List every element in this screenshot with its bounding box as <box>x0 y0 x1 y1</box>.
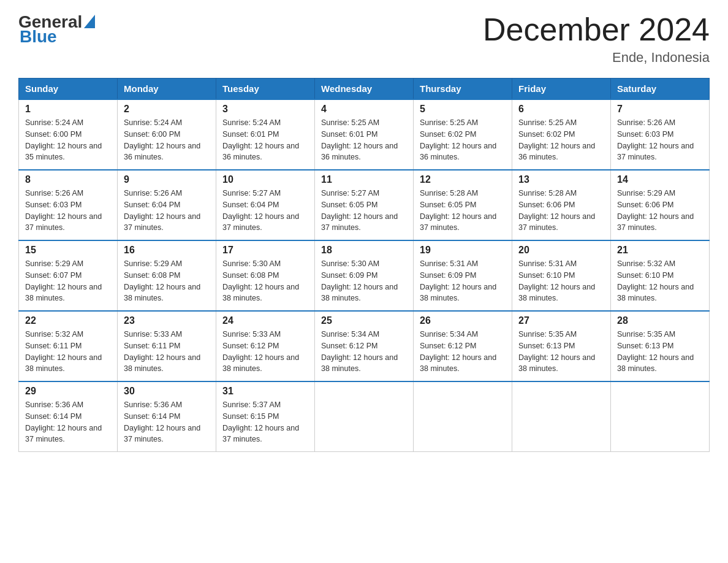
day-info: Sunrise: 5:36 AMSunset: 6:14 PMDaylight:… <box>124 399 210 445</box>
calendar-day-cell: 20 Sunrise: 5:31 AMSunset: 6:10 PMDaylig… <box>512 240 611 311</box>
day-number: 6 <box>518 104 604 115</box>
title-section: December 2024 Ende, Indonesia <box>483 12 710 66</box>
logo-blue-text: Blue <box>20 27 57 47</box>
day-info: Sunrise: 5:26 AMSunset: 6:04 PMDaylight:… <box>124 188 210 234</box>
calendar-week-row: 1 Sunrise: 5:24 AMSunset: 6:00 PMDayligh… <box>19 99 710 170</box>
day-info: Sunrise: 5:29 AMSunset: 6:08 PMDaylight:… <box>124 258 210 304</box>
day-info: Sunrise: 5:25 AMSunset: 6:02 PMDaylight:… <box>420 117 506 163</box>
calendar-day-cell: 25 Sunrise: 5:34 AMSunset: 6:12 PMDaylig… <box>315 311 414 381</box>
calendar-day-cell: 27 Sunrise: 5:35 AMSunset: 6:13 PMDaylig… <box>512 311 611 381</box>
calendar-day-cell <box>512 381 611 452</box>
calendar-day-cell: 22 Sunrise: 5:32 AMSunset: 6:11 PMDaylig… <box>19 311 118 381</box>
calendar-day-cell: 29 Sunrise: 5:36 AMSunset: 6:14 PMDaylig… <box>19 381 118 452</box>
day-number: 11 <box>321 174 407 185</box>
logo: General Blue <box>18 12 95 47</box>
calendar-header-cell: Saturday <box>611 79 710 100</box>
day-number: 25 <box>321 315 407 326</box>
calendar-day-cell: 13 Sunrise: 5:28 AMSunset: 6:06 PMDaylig… <box>512 170 611 240</box>
calendar-day-cell: 11 Sunrise: 5:27 AMSunset: 6:05 PMDaylig… <box>315 170 414 240</box>
calendar-day-cell: 9 Sunrise: 5:26 AMSunset: 6:04 PMDayligh… <box>118 170 216 240</box>
calendar-day-cell: 5 Sunrise: 5:25 AMSunset: 6:02 PMDayligh… <box>414 99 512 170</box>
day-info: Sunrise: 5:31 AMSunset: 6:10 PMDaylight:… <box>518 258 604 304</box>
day-info: Sunrise: 5:24 AMSunset: 6:00 PMDaylight:… <box>124 117 210 163</box>
calendar-day-cell: 12 Sunrise: 5:28 AMSunset: 6:05 PMDaylig… <box>414 170 512 240</box>
day-number: 19 <box>420 245 506 256</box>
day-info: Sunrise: 5:24 AMSunset: 6:00 PMDaylight:… <box>25 117 111 163</box>
day-number: 12 <box>420 174 506 185</box>
day-info: Sunrise: 5:29 AMSunset: 6:07 PMDaylight:… <box>25 258 111 304</box>
day-info: Sunrise: 5:32 AMSunset: 6:10 PMDaylight:… <box>617 258 703 304</box>
calendar-header-cell: Thursday <box>414 79 512 100</box>
calendar-day-cell: 2 Sunrise: 5:24 AMSunset: 6:00 PMDayligh… <box>118 99 216 170</box>
subtitle: Ende, Indonesia <box>483 50 710 66</box>
calendar-header-cell: Tuesday <box>216 79 315 100</box>
calendar-day-cell: 1 Sunrise: 5:24 AMSunset: 6:00 PMDayligh… <box>19 99 118 170</box>
day-number: 18 <box>321 245 407 256</box>
calendar-header-cell: Friday <box>512 79 611 100</box>
day-info: Sunrise: 5:27 AMSunset: 6:04 PMDaylight:… <box>222 188 308 234</box>
calendar-day-cell: 3 Sunrise: 5:24 AMSunset: 6:01 PMDayligh… <box>216 99 315 170</box>
calendar-day-cell: 28 Sunrise: 5:35 AMSunset: 6:13 PMDaylig… <box>611 311 710 381</box>
day-info: Sunrise: 5:31 AMSunset: 6:09 PMDaylight:… <box>420 258 506 304</box>
day-info: Sunrise: 5:37 AMSunset: 6:15 PMDaylight:… <box>222 399 308 445</box>
day-number: 29 <box>25 386 111 397</box>
day-number: 4 <box>321 104 407 115</box>
day-number: 5 <box>420 104 506 115</box>
calendar-day-cell: 21 Sunrise: 5:32 AMSunset: 6:10 PMDaylig… <box>611 240 710 311</box>
calendar-day-cell: 18 Sunrise: 5:30 AMSunset: 6:09 PMDaylig… <box>315 240 414 311</box>
calendar-table: SundayMondayTuesdayWednesdayThursdayFrid… <box>18 78 710 452</box>
day-info: Sunrise: 5:28 AMSunset: 6:05 PMDaylight:… <box>420 188 506 234</box>
day-info: Sunrise: 5:33 AMSunset: 6:11 PMDaylight:… <box>124 329 210 375</box>
calendar-day-cell: 23 Sunrise: 5:33 AMSunset: 6:11 PMDaylig… <box>118 311 216 381</box>
main-title: December 2024 <box>483 12 710 47</box>
calendar-day-cell: 4 Sunrise: 5:25 AMSunset: 6:01 PMDayligh… <box>315 99 414 170</box>
day-number: 17 <box>222 245 308 256</box>
logo-triangle-icon <box>84 15 95 28</box>
calendar-day-cell: 19 Sunrise: 5:31 AMSunset: 6:09 PMDaylig… <box>414 240 512 311</box>
calendar-week-row: 15 Sunrise: 5:29 AMSunset: 6:07 PMDaylig… <box>19 240 710 311</box>
day-number: 9 <box>124 174 210 185</box>
day-number: 23 <box>124 315 210 326</box>
day-number: 2 <box>124 104 210 115</box>
day-info: Sunrise: 5:24 AMSunset: 6:01 PMDaylight:… <box>222 117 308 163</box>
calendar-day-cell: 31 Sunrise: 5:37 AMSunset: 6:15 PMDaylig… <box>216 381 315 452</box>
day-number: 3 <box>222 104 308 115</box>
calendar-header-cell: Wednesday <box>315 79 414 100</box>
day-info: Sunrise: 5:25 AMSunset: 6:02 PMDaylight:… <box>518 117 604 163</box>
calendar-day-cell: 26 Sunrise: 5:34 AMSunset: 6:12 PMDaylig… <box>414 311 512 381</box>
calendar-day-cell: 17 Sunrise: 5:30 AMSunset: 6:08 PMDaylig… <box>216 240 315 311</box>
day-number: 1 <box>25 104 111 115</box>
day-info: Sunrise: 5:25 AMSunset: 6:01 PMDaylight:… <box>321 117 407 163</box>
day-number: 20 <box>518 245 604 256</box>
day-info: Sunrise: 5:35 AMSunset: 6:13 PMDaylight:… <box>518 329 604 375</box>
day-number: 30 <box>124 386 210 397</box>
day-info: Sunrise: 5:32 AMSunset: 6:11 PMDaylight:… <box>25 329 111 375</box>
day-number: 22 <box>25 315 111 326</box>
calendar-day-cell <box>414 381 512 452</box>
calendar-week-row: 8 Sunrise: 5:26 AMSunset: 6:03 PMDayligh… <box>19 170 710 240</box>
calendar-day-cell: 6 Sunrise: 5:25 AMSunset: 6:02 PMDayligh… <box>512 99 611 170</box>
calendar-day-cell: 10 Sunrise: 5:27 AMSunset: 6:04 PMDaylig… <box>216 170 315 240</box>
day-number: 8 <box>25 174 111 185</box>
day-number: 14 <box>617 174 703 185</box>
day-info: Sunrise: 5:36 AMSunset: 6:14 PMDaylight:… <box>25 399 111 445</box>
calendar-week-row: 29 Sunrise: 5:36 AMSunset: 6:14 PMDaylig… <box>19 381 710 452</box>
day-info: Sunrise: 5:27 AMSunset: 6:05 PMDaylight:… <box>321 188 407 234</box>
calendar-header-row: SundayMondayTuesdayWednesdayThursdayFrid… <box>19 79 710 100</box>
day-info: Sunrise: 5:30 AMSunset: 6:09 PMDaylight:… <box>321 258 407 304</box>
day-number: 21 <box>617 245 703 256</box>
day-info: Sunrise: 5:30 AMSunset: 6:08 PMDaylight:… <box>222 258 308 304</box>
page-header: General Blue December 2024 Ende, Indones… <box>18 12 710 66</box>
day-number: 10 <box>222 174 308 185</box>
day-info: Sunrise: 5:33 AMSunset: 6:12 PMDaylight:… <box>222 329 308 375</box>
day-info: Sunrise: 5:26 AMSunset: 6:03 PMDaylight:… <box>25 188 111 234</box>
calendar-day-cell: 15 Sunrise: 5:29 AMSunset: 6:07 PMDaylig… <box>19 240 118 311</box>
calendar-day-cell: 16 Sunrise: 5:29 AMSunset: 6:08 PMDaylig… <box>118 240 216 311</box>
day-number: 7 <box>617 104 703 115</box>
day-number: 24 <box>222 315 308 326</box>
day-number: 28 <box>617 315 703 326</box>
day-info: Sunrise: 5:34 AMSunset: 6:12 PMDaylight:… <box>420 329 506 375</box>
calendar-day-cell: 24 Sunrise: 5:33 AMSunset: 6:12 PMDaylig… <box>216 311 315 381</box>
calendar-week-row: 22 Sunrise: 5:32 AMSunset: 6:11 PMDaylig… <box>19 311 710 381</box>
day-info: Sunrise: 5:26 AMSunset: 6:03 PMDaylight:… <box>617 117 703 163</box>
